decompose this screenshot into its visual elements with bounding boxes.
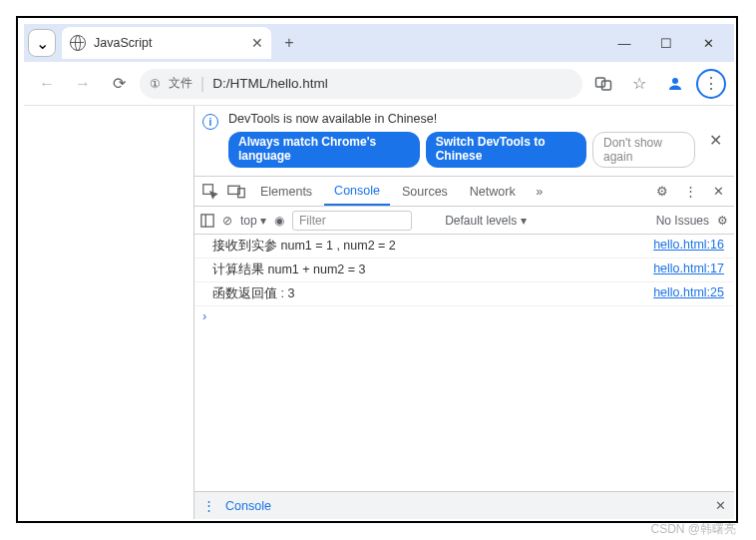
tab-console[interactable]: Console [324, 178, 390, 206]
console-log-area: 接收到实参 num1 = 1 , num2 = 2 hello.html:16 … [194, 235, 734, 491]
infobar-close-icon[interactable]: ✕ [705, 131, 726, 150]
log-source-link[interactable]: hello.html:16 [653, 238, 724, 255]
log-source-link[interactable]: hello.html:25 [653, 285, 724, 302]
console-log-row: 接收到实参 num1 = 1 , num2 = 2 hello.html:16 [194, 235, 734, 259]
drawer-close-icon[interactable]: ✕ [715, 498, 726, 513]
devtools-panel: i DevTools is now available in Chinese! … [193, 106, 734, 519]
console-settings-icon[interactable]: ⚙ [717, 214, 728, 228]
file-source-label: 文件 [169, 75, 192, 92]
filter-input[interactable]: Filter [292, 211, 412, 231]
watermark: CSDN @韩曙亮 [650, 521, 736, 538]
window-minimize-button[interactable]: — [604, 29, 644, 57]
console-log-row: 计算结果 num1 + num2 = 3 hello.html:17 [194, 259, 734, 282]
dont-show-again-button[interactable]: Don't show again [592, 132, 695, 168]
drawer-tab-console[interactable]: Console [225, 499, 271, 513]
log-message: 接收到实参 num1 = 1 , num2 = 2 [212, 238, 653, 255]
more-tabs-icon[interactable]: » [528, 185, 552, 199]
forward-button[interactable]: → [68, 69, 98, 99]
issues-indicator[interactable]: No Issues [656, 214, 709, 228]
window-close-button[interactable]: ✕ [688, 29, 728, 57]
bookmark-star-icon[interactable]: ☆ [624, 69, 654, 99]
svg-rect-1 [602, 81, 611, 90]
log-message: 计算结果 num1 + num2 = 3 [212, 262, 653, 278]
browser-menu-button[interactable]: ⋮ [696, 69, 726, 99]
url-text: D:/HTML/hello.html [212, 76, 572, 91]
svg-rect-5 [238, 188, 245, 197]
live-expression-icon[interactable]: ◉ [274, 214, 284, 228]
window-maximize-button[interactable]: ☐ [646, 29, 686, 57]
devtools-menu-icon[interactable]: ⋮ [678, 184, 702, 199]
address-bar[interactable]: ① 文件 | D:/HTML/hello.html [140, 69, 582, 99]
switch-to-chinese-button[interactable]: Switch DevTools to Chinese [426, 132, 586, 168]
translate-icon[interactable] [588, 69, 618, 99]
page-viewport [24, 106, 193, 519]
chevron-down-icon: ⌄ [36, 34, 49, 53]
console-log-row: 函数返回值 : 3 hello.html:25 [194, 282, 734, 306]
device-toolbar-icon[interactable] [224, 185, 248, 199]
console-prompt[interactable]: › [194, 306, 734, 326]
svg-rect-0 [596, 78, 605, 87]
language-infobar: i DevTools is now available in Chinese! … [194, 106, 734, 177]
globe-icon [70, 35, 86, 51]
browser-tab[interactable]: JavaScript ✕ [62, 27, 271, 59]
svg-rect-6 [201, 214, 213, 226]
tab-title: JavaScript [94, 36, 243, 50]
drawer-menu-icon[interactable]: ⋮ [202, 498, 215, 513]
tab-sources[interactable]: Sources [392, 179, 458, 205]
devtools-drawer: ⋮ Console ✕ [194, 491, 734, 519]
close-tab-icon[interactable]: ✕ [251, 35, 263, 51]
context-selector[interactable]: top ▾ [240, 214, 266, 228]
log-source-link[interactable]: hello.html:17 [653, 262, 724, 278]
tab-network[interactable]: Network [460, 179, 526, 205]
clear-console-icon[interactable]: ⊘ [222, 214, 232, 228]
inspect-element-icon[interactable] [198, 184, 222, 200]
profile-icon[interactable] [660, 69, 690, 99]
log-levels-selector[interactable]: Default levels ▾ [445, 214, 526, 228]
info-icon: i [202, 114, 218, 130]
always-match-language-button[interactable]: Always match Chrome's language [228, 132, 420, 168]
settings-gear-icon[interactable]: ⚙ [650, 184, 674, 199]
infobar-message: DevTools is now available in Chinese! [228, 112, 695, 126]
tab-search-dropdown[interactable]: ⌄ [28, 29, 56, 57]
new-tab-button[interactable]: + [275, 29, 303, 57]
devtools-close-icon[interactable]: ✕ [706, 184, 730, 199]
tab-elements[interactable]: Elements [250, 179, 322, 205]
file-source-icon: ① [150, 77, 161, 91]
console-sidebar-toggle-icon[interactable] [200, 214, 214, 228]
reload-button[interactable]: ⟳ [104, 69, 134, 99]
back-button[interactable]: ← [32, 69, 62, 99]
log-message: 函数返回值 : 3 [212, 285, 653, 302]
svg-point-2 [672, 78, 678, 84]
